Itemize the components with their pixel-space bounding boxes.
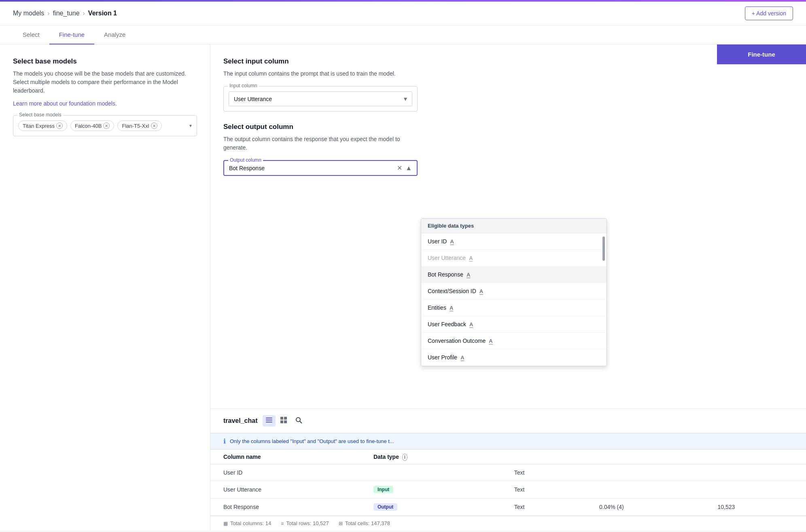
- table-row: User Utterance Input Text: [210, 481, 806, 498]
- dataset-header: travel_chat: [210, 409, 806, 433]
- footer-total-rows: ≡ Total rows: 10,527: [281, 520, 329, 526]
- dropdown-item-conversation-outcome-type-icon: A: [489, 338, 492, 344]
- right-panel: Fine-tune Select input column The input …: [210, 44, 806, 530]
- info-banner-text: Only the columns labeled "Input" and "Ou…: [230, 438, 394, 444]
- tag-titan-label: Titan Express: [23, 123, 55, 129]
- dropdown-item-user-id[interactable]: User ID A: [421, 233, 607, 250]
- tag-flan-label: Flan-T5-Xxl: [122, 123, 149, 129]
- total-cells-text: Total cells: 147,378: [345, 520, 390, 526]
- output-dropdown-arrow-icon[interactable]: ▲: [405, 165, 412, 172]
- col-name-header: Column name: [210, 450, 361, 464]
- dropdown-item-bot-response[interactable]: Bot Response A: [421, 266, 607, 283]
- dropdown-item-user-profile[interactable]: User Profile A: [421, 349, 607, 366]
- input-column-select[interactable]: User Utterance ▾: [229, 91, 412, 106]
- cells-icon: ⊞: [339, 521, 343, 526]
- svg-rect-5: [280, 420, 283, 423]
- input-column-title: Select input column: [223, 57, 418, 65]
- breadcrumb-version: Version 1: [88, 10, 117, 17]
- total-rows-text: Total rows: 10,527: [286, 520, 329, 526]
- total-columns-text: Total columns: 14: [230, 520, 271, 526]
- svg-point-7: [296, 418, 300, 422]
- col-type-header: Data type i: [361, 450, 501, 464]
- row-user-id-pct: [586, 464, 704, 481]
- tag-falcon-label: Falcon-40B: [75, 123, 102, 129]
- col-empty-3: [704, 450, 806, 464]
- row-user-id-name: User ID: [210, 464, 361, 481]
- dropdown-item-user-feedback[interactable]: User Feedback A: [421, 316, 607, 333]
- dropdown-item-bot-response-label: Bot Response: [428, 271, 463, 278]
- dropdown-item-user-id-label: User ID: [428, 238, 447, 245]
- dataset-name: travel_chat: [223, 417, 258, 424]
- output-column-field: Output column Bot Response ✕ ▲: [223, 160, 418, 176]
- tag-flan: Flan-T5-Xxl ✕: [117, 120, 161, 131]
- search-button[interactable]: [295, 416, 302, 425]
- left-panel: Select base models The models you choose…: [0, 44, 210, 530]
- table-footer: ▦ Total columns: 14 ≡ Total rows: 10,527…: [210, 516, 806, 530]
- base-models-field-label: Select base models: [17, 112, 63, 118]
- input-column-value: User Utterance: [234, 96, 404, 102]
- dropdown-item-bot-response-type-icon: A: [467, 272, 470, 278]
- dropdown-item-user-feedback-type-icon: A: [469, 321, 473, 327]
- row-user-utterance-count: [704, 481, 806, 498]
- row-bot-response-type: Text: [501, 498, 586, 516]
- base-models-dropdown-arrow[interactable]: ▾: [189, 123, 192, 129]
- dropdown-item-user-profile-label: User Profile: [428, 354, 457, 361]
- tag-flan-remove[interactable]: ✕: [151, 122, 157, 129]
- breadcrumb-my-models[interactable]: My models: [13, 10, 44, 17]
- svg-rect-0: [266, 418, 272, 418]
- rows-icon: ≡: [281, 521, 284, 526]
- svg-rect-4: [284, 417, 287, 420]
- dropdown-scrollbar[interactable]: [602, 236, 605, 261]
- dropdown-item-user-utterance-type-icon: A: [469, 255, 473, 261]
- row-bot-response-badge: Output: [361, 498, 501, 516]
- dropdown-item-conversation-outcome[interactable]: Conversation Outcome A: [421, 333, 607, 349]
- header: My models › fine_tune › Version 1 + Add …: [0, 2, 806, 25]
- view-toggle: [263, 415, 290, 426]
- tag-titan-remove[interactable]: ✕: [56, 122, 63, 129]
- columns-icon: ▦: [223, 521, 228, 526]
- main-content: Select base models The models you choose…: [0, 44, 806, 530]
- breadcrumb-sep-2: ›: [83, 10, 85, 17]
- tab-analyze[interactable]: Analyze: [94, 25, 135, 44]
- row-bot-response-pct: 0.04% (4): [586, 498, 704, 516]
- breadcrumb-fine-tune[interactable]: fine_tune: [53, 10, 80, 17]
- row-user-id-type: Text: [501, 464, 586, 481]
- base-models-desc: The models you choose will be the base m…: [13, 70, 197, 95]
- tags-container: Titan Express ✕ Falcon-40B ✕ Flan-T5-Xxl…: [18, 120, 192, 131]
- dropdown-item-user-id-type-icon: A: [450, 239, 454, 245]
- dropdown-item-context-session[interactable]: Context/Session ID A: [421, 283, 607, 300]
- breadcrumb-sep-1: ›: [47, 10, 49, 17]
- dropdown-item-user-feedback-label: User Feedback: [428, 321, 466, 327]
- output-clear-button[interactable]: ✕: [397, 164, 402, 172]
- fine-tune-button[interactable]: Fine-tune: [717, 44, 806, 64]
- svg-rect-1: [266, 420, 272, 420]
- list-view-button[interactable]: [263, 415, 276, 426]
- dropdown-item-entities[interactable]: Entities A: [421, 300, 607, 316]
- output-select-controls: ✕ ▲: [397, 164, 412, 172]
- row-bot-response-name: Bot Response: [210, 498, 361, 516]
- row-user-id-badge: [361, 464, 501, 481]
- dropdown-item-user-profile-type-icon: A: [460, 355, 464, 361]
- input-column-arrow-icon: ▾: [404, 95, 407, 103]
- tag-falcon: Falcon-40B ✕: [70, 120, 114, 131]
- output-dropdown-menu: Eligible data types User ID A User Utter…: [421, 218, 607, 366]
- row-user-id-count: [704, 464, 806, 481]
- input-column-field: Input column User Utterance ▾: [223, 86, 418, 112]
- svg-line-8: [300, 421, 302, 423]
- tag-titan-express: Titan Express ✕: [18, 120, 67, 131]
- add-version-button[interactable]: + Add version: [745, 6, 793, 20]
- tab-select[interactable]: Select: [13, 25, 49, 44]
- tag-falcon-remove[interactable]: ✕: [103, 122, 110, 129]
- grid-view-button[interactable]: [277, 415, 290, 426]
- learn-more-link[interactable]: Learn more about our foundation models.: [13, 100, 117, 107]
- data-type-info-icon[interactable]: i: [402, 454, 407, 461]
- output-select-row: Bot Response ✕ ▲: [229, 164, 412, 172]
- footer-total-cells: ⊞ Total cells: 147,378: [339, 520, 390, 526]
- table-row: Bot Response Output Text 0.04% (4) 10,52…: [210, 498, 806, 516]
- input-badge: Input: [373, 486, 393, 493]
- dropdown-header: Eligible data types: [421, 219, 607, 233]
- row-user-utterance-type: Text: [501, 481, 586, 498]
- output-column-field-label: Output column: [228, 157, 263, 163]
- base-models-field: Select base models Titan Express ✕ Falco…: [13, 115, 197, 136]
- tab-fine-tune[interactable]: Fine-tune: [49, 25, 94, 44]
